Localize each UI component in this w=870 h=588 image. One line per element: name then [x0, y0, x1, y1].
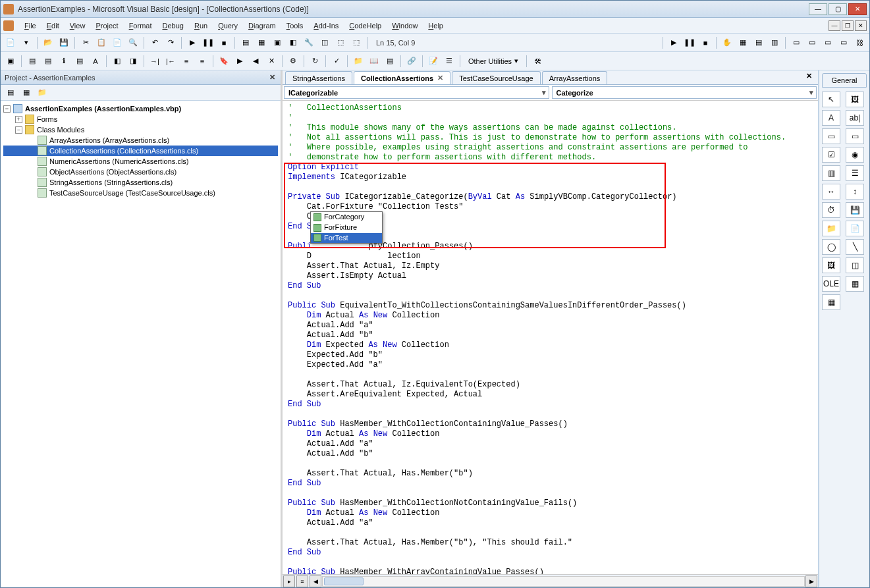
indent-button[interactable]: →|: [148, 54, 162, 68]
note-button[interactable]: 📝: [426, 54, 441, 68]
tab-area-close[interactable]: ✕: [806, 72, 815, 81]
menu-help[interactable]: Help: [423, 20, 449, 32]
build-button[interactable]: ⚙: [286, 54, 300, 68]
intellisense-item[interactable]: ForFixture: [311, 223, 382, 233]
project-root-node[interactable]: − AssertionExamples (AssertionExamples.v…: [3, 103, 278, 114]
form-layout-button[interactable]: ▣: [270, 36, 285, 50]
lines2-button[interactable]: ≡: [195, 54, 209, 68]
quick-info-button[interactable]: ℹ: [57, 54, 71, 68]
misc-button[interactable]: ⬚: [349, 36, 364, 50]
tree-item[interactable]: CollectionAssertions (CollectionAssertio…: [3, 146, 278, 156]
tree-item[interactable]: ArrayAssertions (ArrayAssertions.cls): [3, 135, 278, 146]
list-const-button[interactable]: ▤: [41, 54, 55, 68]
toolbox-button[interactable]: 🔧: [302, 36, 316, 50]
shape-tool[interactable]: ◯: [822, 239, 840, 255]
vscrollbar-tool[interactable]: ↕: [846, 184, 864, 200]
book-button[interactable]: 📖: [367, 54, 381, 68]
view-code-button[interactable]: ▤: [3, 86, 18, 100]
minimize-button[interactable]: —: [809, 3, 827, 15]
combobox-tool[interactable]: ▥: [822, 165, 840, 181]
doc-icon[interactable]: ▤: [751, 36, 766, 50]
menu-query[interactable]: Query: [213, 20, 243, 32]
custom1-tool[interactable]: ▦: [846, 276, 864, 292]
commandbutton-tool[interactable]: ▭: [846, 128, 864, 144]
folder-button[interactable]: 📁: [351, 54, 366, 68]
procedure-combo[interactable]: Categorize: [552, 86, 817, 99]
other-utilities-dropdown[interactable]: Other Utilities▾: [464, 55, 523, 67]
menu-tools[interactable]: Tools: [281, 20, 309, 32]
data-tool[interactable]: ◫: [846, 257, 864, 273]
copy-button[interactable]: 📋: [94, 36, 109, 50]
clear-bookmark-button[interactable]: ✕: [264, 54, 279, 68]
textbox-tool[interactable]: ab|: [846, 110, 864, 126]
menu-format[interactable]: Format: [124, 20, 157, 32]
component-button[interactable]: ⬚: [333, 36, 348, 50]
check-button[interactable]: ✓: [329, 54, 344, 68]
paste-button[interactable]: 📄: [110, 36, 124, 50]
doc3-button[interactable]: ▤: [383, 54, 397, 68]
properties-button[interactable]: ▦: [254, 36, 269, 50]
win2-icon[interactable]: ▭: [805, 36, 819, 50]
open-button[interactable]: 📂: [41, 36, 55, 50]
collapse-icon[interactable]: −: [3, 105, 11, 113]
stop-button[interactable]: ■: [217, 36, 231, 50]
pause-button[interactable]: ❚❚: [201, 36, 215, 50]
close-button[interactable]: ✕: [848, 3, 867, 15]
tab-testcasesourceusage[interactable]: TestCaseSourceUsage: [452, 71, 541, 84]
param-info-button[interactable]: ▤: [72, 54, 87, 68]
listbox-tool[interactable]: ☰: [846, 165, 864, 181]
mdi-restore-button[interactable]: ❐: [842, 20, 854, 31]
scroll-left-button[interactable]: ◀: [310, 575, 321, 587]
checkbox-tool[interactable]: ☑: [822, 147, 840, 163]
grid-icon[interactable]: ▦: [736, 36, 750, 50]
scroll-right-button[interactable]: ▶: [805, 575, 817, 587]
redo-button[interactable]: ↷: [163, 36, 178, 50]
data-view-button[interactable]: ◫: [317, 36, 332, 50]
tab-close-icon[interactable]: ✕: [437, 74, 443, 82]
pointer-tool[interactable]: ↖: [822, 92, 840, 107]
bookmark-button[interactable]: 🔖: [217, 54, 231, 68]
tree-item[interactable]: StringAssertions (StringAssertions.cls): [3, 177, 278, 188]
link-button[interactable]: 🔗: [404, 54, 419, 68]
tree-item[interactable]: NumericAssertions (NumericAssertions.cls…: [3, 156, 278, 167]
tree-item[interactable]: ObjectAssertions (ObjectAssertions.cls): [3, 167, 278, 177]
list-button[interactable]: ☰: [442, 54, 456, 68]
project-tree[interactable]: − AssertionExamples (AssertionExamples.v…: [1, 101, 281, 587]
menu-debug[interactable]: Debug: [157, 20, 188, 32]
tab-stringassertions[interactable]: StringAssertions: [285, 71, 352, 84]
run2-button[interactable]: ▶: [666, 36, 681, 50]
menu-run[interactable]: Run: [189, 20, 213, 32]
frame-tool[interactable]: ▭: [822, 128, 840, 144]
cut-button[interactable]: ✂: [78, 36, 93, 50]
find-button[interactable]: 🔍: [126, 36, 140, 50]
hscrollbar-tool[interactable]: ↔: [822, 184, 840, 200]
mdi-close-button[interactable]: ✕: [855, 20, 867, 31]
refresh-button[interactable]: ↻: [308, 54, 322, 68]
prev-bookmark-button[interactable]: ◀: [248, 54, 263, 68]
timer-tool[interactable]: ⏱: [822, 202, 840, 218]
folder-class-modules[interactable]: −Class Modules: [3, 124, 278, 135]
tools-button[interactable]: 🛠: [530, 54, 545, 68]
optionbutton-tool[interactable]: ◉: [846, 147, 864, 163]
full-view-button[interactable]: ≡: [296, 575, 308, 587]
highlight2-button[interactable]: ◨: [126, 54, 140, 68]
doc2-icon[interactable]: ▥: [767, 36, 782, 50]
menu-file[interactable]: File: [19, 20, 41, 32]
filelist-tool[interactable]: 📄: [846, 221, 864, 236]
menu-diagram[interactable]: Diagram: [243, 20, 281, 32]
project-panel-close[interactable]: ✕: [267, 73, 277, 82]
intellisense-popup[interactable]: ForCategoryForFixtureForTest: [310, 211, 383, 244]
ole-tool[interactable]: OLE: [822, 276, 840, 292]
win4-icon[interactable]: ▭: [836, 36, 851, 50]
scroll-track[interactable]: [322, 576, 805, 587]
list-props-button[interactable]: ▤: [25, 54, 40, 68]
horizontal-scrollbar[interactable]: ▸ ≡ ◀ ▶: [283, 574, 818, 587]
custom2-tool[interactable]: ▦: [822, 294, 840, 310]
intellisense-item[interactable]: ForCategory: [311, 212, 382, 223]
pause2-button[interactable]: ❚❚: [682, 36, 697, 50]
lines-button[interactable]: ≡: [179, 54, 194, 68]
proc-view-button[interactable]: ▸: [283, 575, 295, 587]
hand-icon[interactable]: ✋: [720, 36, 734, 50]
undo-button[interactable]: ↶: [148, 36, 162, 50]
win-icon[interactable]: ▭: [789, 36, 803, 50]
